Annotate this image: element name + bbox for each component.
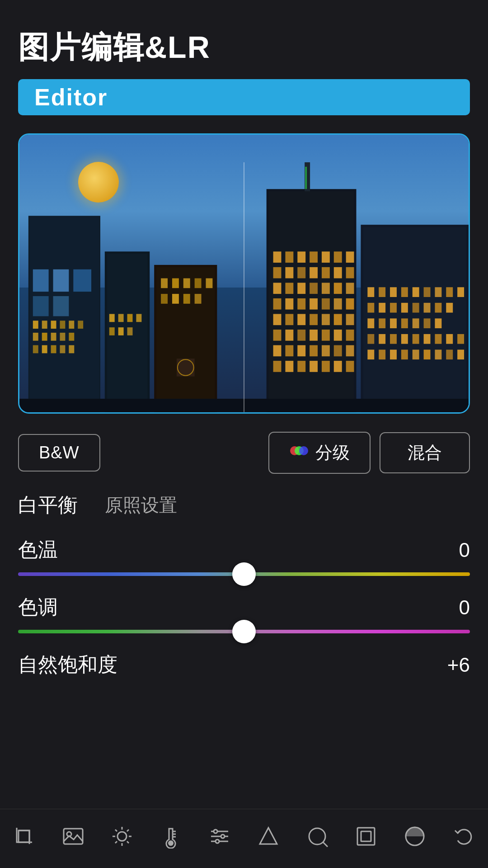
svg-rect-130 (424, 319, 431, 329)
svg-rect-124 (446, 303, 453, 313)
image-container (18, 133, 470, 414)
svg-rect-132 (367, 334, 374, 344)
circle-icon[interactable] (299, 818, 335, 854)
color-temp-label: 色温 (18, 537, 58, 563)
color-temp-section: 色温 0 (18, 537, 470, 576)
color-temp-thumb[interactable] (232, 562, 256, 586)
svg-rect-41 (161, 294, 168, 304)
svg-rect-156 (64, 829, 83, 844)
svg-rect-89 (322, 330, 330, 341)
svg-rect-146 (424, 350, 431, 360)
svg-rect-129 (413, 319, 419, 329)
tint-thumb[interactable] (232, 620, 256, 643)
svg-rect-136 (413, 334, 419, 344)
svg-rect-44 (195, 294, 202, 304)
svg-rect-55 (334, 252, 342, 263)
svg-rect-26 (118, 314, 124, 322)
wb-value: 原照设置 (105, 493, 177, 518)
svg-rect-133 (379, 334, 385, 344)
svg-rect-77 (346, 298, 354, 310)
svg-rect-143 (390, 350, 397, 360)
grade-button[interactable]: 分级 (268, 432, 371, 474)
frame-icon[interactable] (348, 818, 384, 854)
color-temp-track[interactable] (18, 572, 470, 576)
svg-rect-54 (322, 252, 330, 263)
svg-rect-29 (109, 328, 115, 336)
svg-rect-87 (297, 330, 305, 341)
svg-rect-76 (334, 298, 342, 310)
crop-icon[interactable] (6, 818, 42, 854)
app-title: 图片编辑&LR (18, 27, 470, 68)
svg-point-178 (309, 828, 325, 844)
svg-line-163 (115, 830, 117, 831)
svg-line-165 (127, 830, 129, 831)
halfcircle-icon[interactable] (397, 818, 433, 854)
svg-rect-20 (51, 345, 56, 354)
svg-rect-30 (118, 328, 124, 336)
svg-rect-78 (273, 314, 282, 326)
svg-rect-113 (424, 288, 431, 297)
grade-icon (289, 441, 309, 465)
svg-rect-88 (310, 330, 318, 341)
svg-rect-92 (273, 345, 282, 357)
svg-rect-94 (297, 345, 305, 357)
svg-rect-10 (60, 321, 65, 329)
svg-rect-37 (172, 278, 179, 288)
svg-rect-83 (334, 314, 342, 326)
svg-rect-116 (457, 288, 464, 297)
tint-label: 色调 (18, 594, 58, 621)
tint-header: 色调 0 (18, 594, 470, 621)
svg-rect-74 (310, 298, 318, 310)
svg-rect-140 (457, 334, 464, 344)
svg-rect-180 (357, 828, 375, 845)
svg-rect-81 (310, 314, 318, 326)
vibrance-value: +6 (447, 654, 470, 676)
svg-rect-7 (33, 321, 38, 329)
svg-rect-149 (457, 350, 464, 360)
svg-rect-12 (78, 321, 83, 329)
svg-rect-126 (379, 319, 385, 329)
tint-value: 0 (459, 596, 470, 619)
svg-rect-120 (401, 303, 408, 313)
svg-rect-67 (310, 283, 318, 294)
svg-rect-127 (390, 319, 397, 329)
svg-rect-141 (367, 350, 374, 360)
svg-rect-5 (33, 296, 49, 316)
svg-rect-52 (297, 252, 305, 263)
svg-rect-22 (69, 345, 74, 354)
svg-rect-142 (379, 350, 385, 360)
triangle-icon[interactable] (250, 818, 286, 854)
svg-rect-51 (285, 252, 293, 263)
svg-rect-117 (367, 303, 374, 313)
svg-rect-100 (285, 361, 293, 373)
undo-icon[interactable] (446, 818, 482, 854)
thermometer-icon[interactable] (153, 818, 189, 854)
svg-rect-110 (390, 288, 397, 297)
bw-button[interactable]: B&W (18, 434, 100, 472)
svg-rect-75 (322, 298, 330, 310)
grade-label: 分级 (315, 441, 350, 464)
wb-section: 白平衡 原照设置 (18, 492, 470, 519)
svg-rect-90 (334, 330, 342, 341)
svg-rect-66 (297, 283, 305, 294)
svg-rect-139 (446, 334, 453, 344)
tint-track[interactable] (18, 630, 470, 633)
svg-rect-6 (53, 296, 69, 316)
mix-button[interactable]: 混合 (380, 432, 470, 473)
image-icon[interactable] (55, 818, 91, 854)
svg-rect-25 (109, 314, 115, 322)
brightness-icon[interactable] (104, 818, 140, 854)
svg-rect-123 (435, 303, 441, 313)
svg-point-170 (168, 840, 174, 846)
svg-rect-147 (435, 350, 441, 360)
svg-rect-14 (42, 333, 47, 341)
sliders-icon[interactable] (202, 818, 238, 854)
svg-rect-82 (322, 314, 330, 326)
svg-rect-33 (156, 267, 215, 412)
svg-rect-73 (297, 298, 305, 310)
svg-rect-34 (177, 359, 195, 377)
svg-rect-58 (285, 267, 293, 278)
svg-rect-105 (346, 361, 354, 373)
svg-rect-84 (346, 314, 354, 326)
svg-rect-17 (69, 333, 74, 341)
